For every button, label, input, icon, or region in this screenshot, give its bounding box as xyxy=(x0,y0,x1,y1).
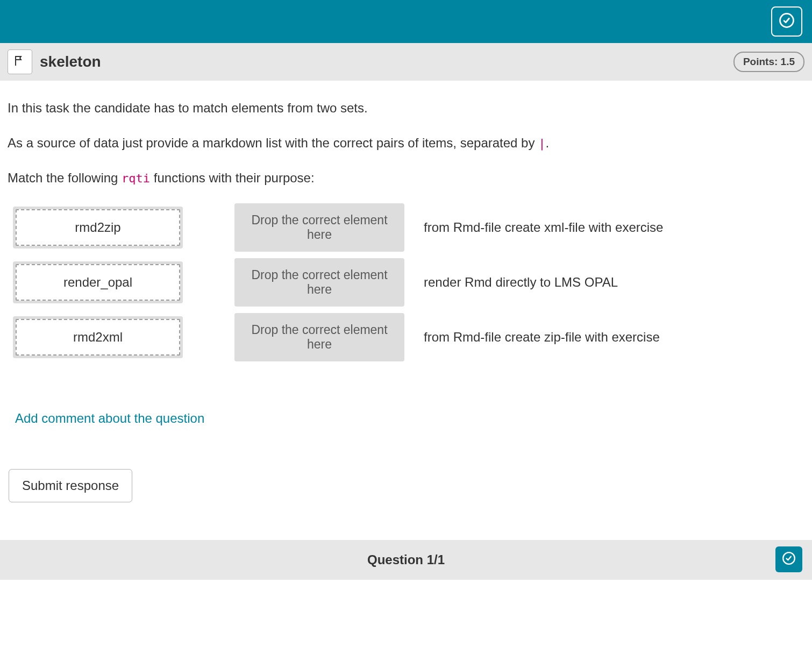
question-counter: Question 1/1 xyxy=(367,552,445,567)
points-badge: Points: 1.5 xyxy=(733,52,804,72)
complete-test-button-top[interactable] xyxy=(771,6,802,37)
title-bar: skeleton Points: 1.5 xyxy=(0,43,812,81)
top-bar xyxy=(0,0,812,43)
question-title: skeleton xyxy=(40,53,101,70)
instruction-line-2: As a source of data just provide a markd… xyxy=(8,134,804,153)
purpose-text: render Rmd directly to LMS OPAL xyxy=(424,275,618,290)
match-row: rmd2zip Drop the correct element here fr… xyxy=(13,203,804,252)
bottom-bar: Question 1/1 xyxy=(0,540,812,580)
drag-wrapper: render_opal xyxy=(13,261,183,303)
check-circle-icon xyxy=(779,12,795,31)
drag-item-render-opal[interactable]: render_opal xyxy=(16,264,180,301)
instruction-text: Match the following xyxy=(8,170,122,185)
complete-test-button-bottom[interactable] xyxy=(775,546,802,572)
code-pipe: | xyxy=(538,137,545,150)
flag-icon xyxy=(13,54,26,69)
flag-button[interactable] xyxy=(8,49,32,74)
drag-item-rmd2xml[interactable]: rmd2xml xyxy=(16,319,180,356)
match-area: rmd2zip Drop the correct element here fr… xyxy=(8,203,804,361)
drag-item-rmd2zip[interactable]: rmd2zip xyxy=(16,209,180,246)
instruction-text: As a source of data just provide a markd… xyxy=(8,136,538,150)
drag-wrapper: rmd2zip xyxy=(13,207,183,248)
match-row: render_opal Drop the correct element her… xyxy=(13,258,804,307)
instruction-line-1: In this task the candidate has to match … xyxy=(8,99,804,118)
drop-zone-3[interactable]: Drop the correct element here xyxy=(234,313,404,361)
drag-wrapper: rmd2xml xyxy=(13,316,183,358)
content-area: In this task the candidate has to match … xyxy=(0,81,812,513)
code-rqti: rqti xyxy=(122,172,150,185)
purpose-text: from Rmd-file create zip-file with exerc… xyxy=(424,330,660,345)
drop-zone-1[interactable]: Drop the correct element here xyxy=(234,203,404,252)
instructions: In this task the candidate has to match … xyxy=(8,99,804,187)
instruction-text: functions with their purpose: xyxy=(150,170,315,185)
submit-response-button[interactable]: Submit response xyxy=(9,469,132,502)
instruction-text: . xyxy=(545,136,549,150)
add-comment-link[interactable]: Add comment about the question xyxy=(15,411,204,426)
purpose-text: from Rmd-file create xml-file with exerc… xyxy=(424,220,663,235)
drop-zone-2[interactable]: Drop the correct element here xyxy=(234,258,404,307)
check-circle-icon xyxy=(782,551,796,567)
instruction-line-3: Match the following rqti functions with … xyxy=(8,169,804,188)
match-row: rmd2xml Drop the correct element here fr… xyxy=(13,313,804,361)
title-left: skeleton xyxy=(8,49,101,74)
